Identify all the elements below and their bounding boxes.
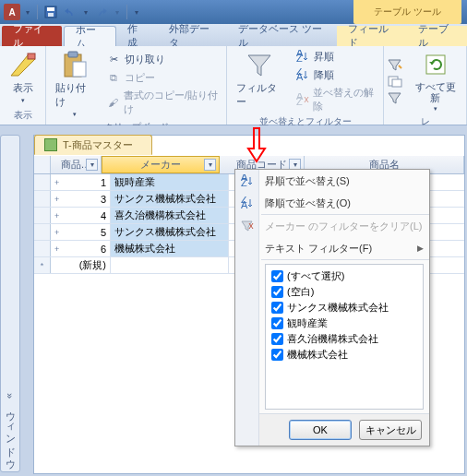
submenu-arrow-icon: ▶ bbox=[417, 244, 424, 253]
svg-marker-15 bbox=[389, 60, 401, 70]
check-item[interactable]: 観時産業 bbox=[269, 315, 419, 331]
tab-create[interactable]: 作成 bbox=[116, 26, 158, 46]
selection-icon[interactable] bbox=[388, 57, 402, 72]
menu-text-filters[interactable]: テキスト フィルター(F) ▶ bbox=[235, 237, 429, 259]
svg-text:A: A bbox=[241, 199, 248, 209]
row-selector[interactable] bbox=[34, 224, 51, 240]
filter-checklist[interactable]: (すべて選択) (空白) サンクス機械株式会社 観時産業 喜久治機構株式会社 機… bbox=[265, 264, 424, 410]
row-selector[interactable] bbox=[34, 241, 51, 256]
col-maker[interactable]: メーカー ▾ bbox=[102, 156, 220, 173]
col-id[interactable]: 商品… ▾ bbox=[51, 156, 102, 173]
tab-file[interactable]: ファイル bbox=[2, 26, 62, 46]
check-item[interactable]: (空白) bbox=[269, 284, 419, 300]
sort-desc-icon: ZA bbox=[240, 196, 255, 210]
refresh-icon bbox=[421, 50, 450, 79]
svg-rect-6 bbox=[68, 52, 78, 57]
paste-label: 貼り付け bbox=[55, 81, 93, 109]
check-item[interactable]: サンクス機械株式会社 bbox=[269, 300, 419, 315]
expand-icon[interactable]: + bbox=[54, 228, 59, 237]
filter-button[interactable]: フィルター bbox=[231, 48, 288, 114]
redo-dropdown[interactable]: ▾ bbox=[113, 8, 122, 17]
svg-rect-17 bbox=[392, 79, 401, 87]
menu-sort-asc[interactable]: AZ 昇順で並べ替え(S) bbox=[235, 170, 429, 192]
sort-desc-icon: ZA bbox=[295, 67, 310, 82]
undo-dropdown[interactable]: ▾ bbox=[81, 8, 90, 17]
new-row-marker: * bbox=[34, 257, 51, 273]
tab-fields[interactable]: フィールド bbox=[337, 26, 406, 46]
sort-asc-button[interactable]: AZ 昇順 bbox=[293, 48, 379, 65]
table-icon bbox=[44, 138, 57, 151]
check-item[interactable]: 機械株式会社 bbox=[269, 347, 419, 363]
check-item[interactable]: (すべて選択) bbox=[269, 268, 419, 284]
svg-marker-18 bbox=[389, 93, 401, 103]
filter-label: フィルター bbox=[236, 81, 282, 109]
paste-button[interactable]: 貼り付け ▾ bbox=[50, 48, 99, 120]
col-maker-dropdown[interactable]: ▾ bbox=[204, 159, 216, 171]
filter-buttons: OK キャンセル bbox=[235, 413, 429, 446]
expand-icon[interactable]: + bbox=[54, 244, 59, 254]
copy-button[interactable]: ⧉ コピー bbox=[104, 69, 222, 86]
svg-text:Z: Z bbox=[241, 177, 247, 187]
sort-desc-button[interactable]: ZA 降順 bbox=[293, 66, 379, 83]
select-all-cell[interactable] bbox=[34, 156, 51, 173]
view-button[interactable]: 表示 ▾ bbox=[4, 48, 42, 106]
checkbox[interactable] bbox=[271, 270, 283, 282]
refresh-all-button[interactable]: すべて更新 ▾ bbox=[409, 48, 462, 114]
advanced-filter-icon[interactable] bbox=[388, 74, 402, 89]
menu-sort-desc[interactable]: ZA 降順で並べ替え(O) bbox=[235, 192, 429, 214]
undo-button[interactable] bbox=[62, 4, 78, 20]
clear-sort-button[interactable]: AZ 並べ替えの解除 bbox=[293, 85, 379, 114]
ok-button[interactable]: OK bbox=[289, 420, 352, 440]
nav-pane-collapsed[interactable]: » ウィンドウ bbox=[0, 135, 20, 472]
check-item[interactable]: 喜久治機構株式会社 bbox=[269, 331, 419, 347]
ribbon: 表示 ▾ 表示 貼り付け ▾ ✂ 切り取り ⧉ コピー bbox=[0, 46, 467, 125]
checkbox[interactable] bbox=[271, 333, 283, 345]
cancel-button[interactable]: キャンセル bbox=[359, 420, 422, 440]
svg-text:Z: Z bbox=[296, 53, 303, 63]
checkbox[interactable] bbox=[271, 286, 283, 298]
redo-button[interactable] bbox=[93, 4, 110, 20]
svg-rect-4 bbox=[28, 54, 35, 59]
contextual-tab-title: テーブル ツール bbox=[353, 0, 461, 24]
scissors-icon: ✂ bbox=[106, 52, 121, 66]
row-selector[interactable] bbox=[34, 208, 51, 223]
refresh-label: すべて更新 bbox=[414, 81, 457, 103]
app-icon: A bbox=[4, 4, 20, 20]
svg-rect-2 bbox=[48, 13, 54, 17]
brush-icon: 🖌 bbox=[106, 95, 120, 110]
format-painter-button[interactable]: 🖌 書式のコピー/貼り付け bbox=[104, 88, 222, 117]
paste-icon bbox=[60, 50, 90, 79]
group-view: 表示 bbox=[4, 108, 42, 123]
expand-icon[interactable]: + bbox=[54, 195, 59, 204]
copy-icon: ⧉ bbox=[106, 70, 121, 85]
app-menu-dropdown[interactable]: ▾ bbox=[23, 8, 32, 17]
sort-asc-icon: AZ bbox=[295, 49, 310, 64]
expand-icon[interactable]: + bbox=[54, 211, 59, 220]
toggle-filter-icon[interactable] bbox=[388, 90, 402, 105]
checkbox[interactable] bbox=[271, 349, 283, 361]
row-selector[interactable] bbox=[34, 174, 51, 190]
svg-text:Z: Z bbox=[296, 96, 303, 106]
save-button[interactable] bbox=[42, 4, 59, 20]
qat-customize[interactable]: ▾ bbox=[132, 8, 141, 17]
svg-marker-8 bbox=[248, 55, 270, 76]
svg-marker-25 bbox=[242, 221, 252, 231]
cut-button[interactable]: ✂ 切り取り bbox=[104, 51, 222, 67]
expand-icon[interactable]: + bbox=[54, 178, 59, 187]
tab-table[interactable]: テーブル bbox=[407, 26, 467, 46]
svg-rect-1 bbox=[47, 7, 54, 11]
funnel-icon bbox=[245, 50, 274, 79]
tab-external-data[interactable]: 外部データ bbox=[158, 26, 227, 46]
menu-clear-filter: メーカー のフィルターをクリア(L) bbox=[235, 215, 429, 237]
checkbox[interactable] bbox=[271, 317, 283, 329]
svg-text:A: A bbox=[296, 71, 304, 81]
object-tab[interactable]: T-商品マスター bbox=[34, 135, 152, 155]
sort-asc-icon: AZ bbox=[240, 173, 255, 188]
checkbox[interactable] bbox=[271, 302, 283, 314]
clear-filter-icon bbox=[240, 219, 255, 233]
col-id-dropdown[interactable]: ▾ bbox=[86, 159, 98, 171]
tab-home[interactable]: ホーム bbox=[64, 26, 116, 46]
tab-database-tools[interactable]: データベース ツール bbox=[227, 26, 337, 46]
row-selector[interactable] bbox=[34, 191, 51, 207]
clear-sort-icon: AZ bbox=[295, 92, 309, 107]
